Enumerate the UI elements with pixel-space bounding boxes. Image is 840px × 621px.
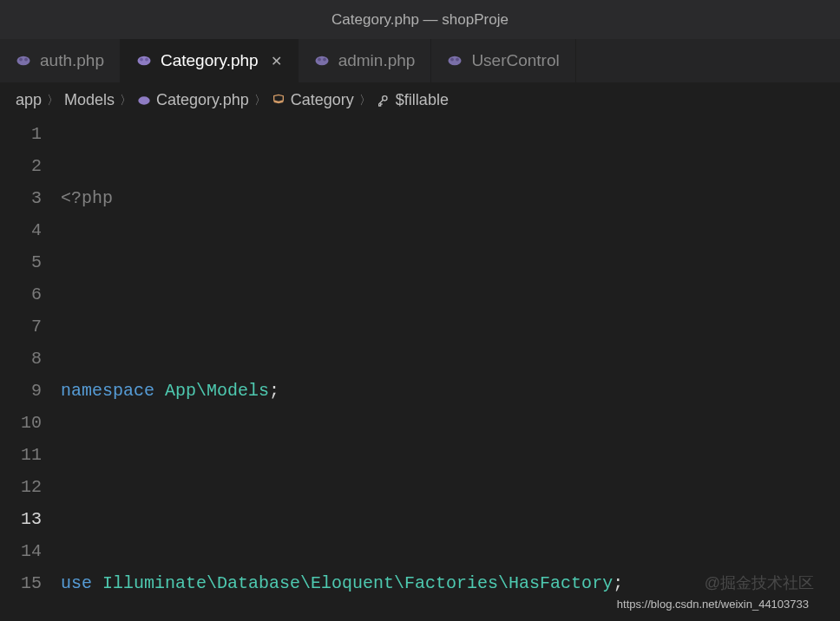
php-icon — [314, 53, 330, 69]
svg-point-4 — [140, 58, 143, 62]
close-icon[interactable]: ✕ — [271, 53, 282, 69]
php-icon — [16, 53, 31, 69]
breadcrumb-app[interactable]: app — [16, 91, 42, 109]
tab-label: admin.php — [338, 51, 416, 70]
tab-label: UserControl — [471, 51, 559, 70]
svg-point-0 — [17, 56, 30, 66]
breadcrumb-member[interactable]: $fillable — [396, 91, 449, 109]
tab-label: auth.php — [40, 51, 104, 70]
breadcrumbs[interactable]: app 〉 Models 〉 Category.php 〉 Category 〉… — [0, 82, 840, 118]
tab-label: Category.php — [161, 51, 259, 70]
tab-admin[interactable]: admin.php — [299, 39, 432, 82]
watermark-url: https://blog.csdn.net/weixin_44103733 — [617, 598, 809, 611]
svg-point-9 — [449, 56, 462, 66]
chevron-right-icon: 〉 — [254, 93, 266, 108]
window-title: Category.php — shopProje — [0, 0, 840, 39]
chevron-right-icon: 〉 — [120, 93, 132, 108]
watermark-text: @掘金技术社区 — [705, 572, 814, 593]
breadcrumb-class[interactable]: Category — [291, 91, 354, 109]
svg-point-1 — [19, 58, 23, 62]
svg-point-2 — [24, 58, 28, 62]
svg-point-12 — [138, 96, 149, 104]
class-icon — [272, 94, 285, 108]
code-editor[interactable]: 123456789101112131415 <?php namespace Ap… — [0, 118, 840, 621]
svg-point-13 — [383, 95, 387, 100]
tab-usercontrol[interactable]: UserControl — [431, 39, 575, 82]
svg-point-11 — [456, 58, 460, 62]
svg-point-8 — [323, 58, 326, 62]
chevron-right-icon: 〉 — [359, 93, 371, 108]
line-gutter: 123456789101112131415 — [0, 118, 61, 621]
php-icon — [137, 94, 151, 108]
svg-point-7 — [318, 58, 321, 62]
breadcrumb-file[interactable]: Category.php — [156, 91, 249, 109]
tabs-bar: auth.php Category.php ✕ admin.php UserCo… — [0, 39, 840, 82]
code-content[interactable]: <?php namespace App\Models; use Illumina… — [61, 118, 840, 621]
svg-point-5 — [145, 58, 148, 62]
php-icon — [447, 53, 463, 69]
tab-category[interactable]: Category.php ✕ — [121, 39, 299, 82]
property-icon — [377, 94, 390, 108]
breadcrumb-models[interactable]: Models — [64, 91, 115, 109]
chevron-right-icon: 〉 — [47, 93, 59, 108]
svg-point-6 — [315, 56, 328, 66]
tab-auth[interactable]: auth.php — [0, 39, 121, 82]
php-icon — [136, 53, 152, 69]
svg-point-10 — [451, 58, 455, 62]
svg-point-3 — [137, 56, 150, 66]
